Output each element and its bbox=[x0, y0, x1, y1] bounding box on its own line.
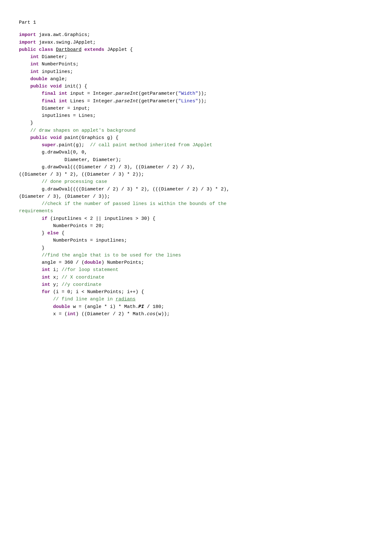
code-line: int Diameter; bbox=[19, 53, 366, 61]
code-line: } else { bbox=[19, 230, 366, 237]
code-line: public void paint(Graphics g) { bbox=[19, 134, 366, 142]
code-container: Part 1 import java.awt.Graphics; import … bbox=[19, 19, 366, 318]
code-line: double angle; bbox=[19, 75, 366, 83]
code-line: NumberPoints = inputlines; bbox=[19, 237, 366, 244]
code-line: public void init() { bbox=[19, 83, 366, 90]
code-line: for (i = 0; i < NumberPoints; i++) { bbox=[19, 288, 366, 296]
code-line: x = (int) ((Diameter / 2) * Math.cos(w))… bbox=[19, 310, 366, 318]
code-line: public class Dartboard extends JApplet { bbox=[19, 46, 366, 53]
code-line: int i; //for loop statement bbox=[19, 266, 366, 274]
code-line: Diameter, Diameter); bbox=[19, 156, 366, 164]
code-line: final int Lines = Integer.parseInt(getPa… bbox=[19, 98, 366, 105]
code-line: } bbox=[19, 119, 366, 127]
code-line: //check if the number of passed lines is… bbox=[19, 200, 366, 208]
code-line: int y; //y coordinate bbox=[19, 281, 366, 288]
code-line: import java.awt.Graphics; bbox=[19, 31, 366, 39]
code-line: } bbox=[19, 244, 366, 252]
code-block: import java.awt.Graphics; import javax.s… bbox=[19, 31, 366, 318]
code-line: int NumberPoints; bbox=[19, 61, 366, 68]
code-line: Diameter = input; bbox=[19, 105, 366, 112]
code-line: if (inputlines < 2 || inputlines > 30) { bbox=[19, 215, 366, 222]
code-line: g.drawOval((((Diameter / 2) / 3) * 2), (… bbox=[19, 186, 366, 193]
code-line: inputlines = Lines; bbox=[19, 112, 366, 119]
code-line: // find line angle in radians bbox=[19, 296, 366, 303]
code-line: int inputlines; bbox=[19, 68, 366, 75]
code-line: // draw shapes on applet's background bbox=[19, 127, 366, 134]
code-line: (Diameter / 3), (Diameter / 3)); bbox=[19, 193, 366, 200]
code-line: //find the angle that is to be used for … bbox=[19, 252, 366, 259]
code-line: NumberPoints = 20; bbox=[19, 222, 366, 230]
code-line: requirements bbox=[19, 208, 366, 215]
code-line: import javax.swing.JApplet; bbox=[19, 39, 366, 46]
code-line: ((Diameter / 3) * 2), ((Diameter / 3) * … bbox=[19, 171, 366, 178]
section-label: Part 1 bbox=[19, 19, 366, 26]
code-line: double w = (angle * i) * Math.PI / 180; bbox=[19, 303, 366, 310]
code-line: // done processing case bbox=[19, 178, 366, 185]
code-line: g.drawOval(((Diameter / 2) / 3), ((Diame… bbox=[19, 164, 366, 171]
code-line: final int input = Integer.parseInt(getPa… bbox=[19, 90, 366, 97]
code-line: angle = 360 / (double) NumberPoints; bbox=[19, 259, 366, 266]
code-line: int x; // X coordinate bbox=[19, 274, 366, 281]
code-line: g.drawOval(0, 0, bbox=[19, 149, 366, 156]
code-line: super.paint(g); // call paint method inh… bbox=[19, 142, 366, 149]
